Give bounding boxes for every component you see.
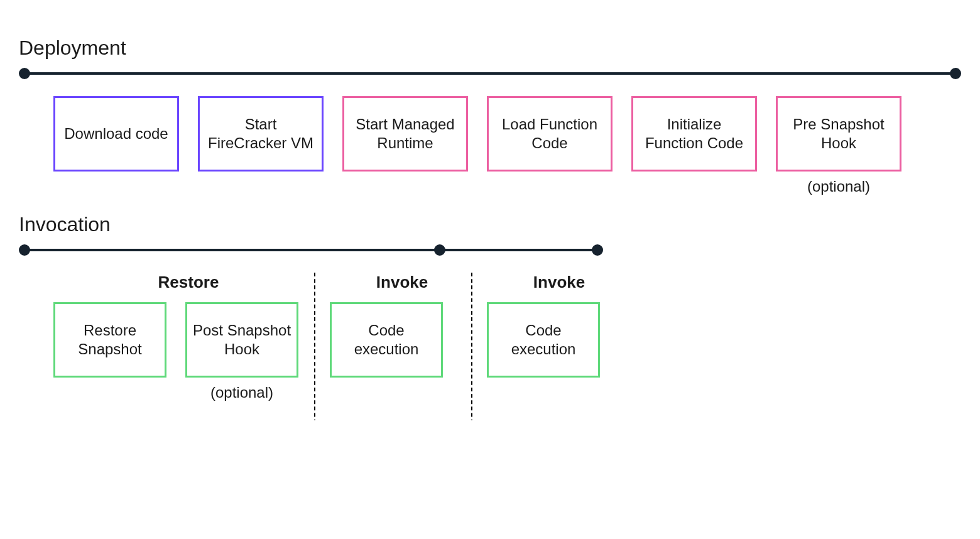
- invocation-steps: Restore Snapshot Post Snapshot Hook (opt…: [19, 302, 961, 401]
- invocation-timeline: [19, 244, 603, 256]
- optional-caption: (optional): [210, 384, 273, 401]
- phase-divider: [314, 273, 315, 420]
- invocation-step: Code execution: [330, 302, 443, 401]
- invocation-title: Invocation: [19, 213, 961, 236]
- deployment-step: Download code: [53, 96, 179, 195]
- phase-label-invoke-1: Invoke: [324, 273, 481, 292]
- invocation-step: Post Snapshot Hook (optional): [185, 302, 298, 401]
- step-load-code: Load Function Code: [487, 96, 612, 172]
- deployment-steps: Download code Start FireCracker VM Start…: [19, 96, 961, 195]
- deployment-title: Deployment: [19, 36, 961, 60]
- phase-divider: [471, 273, 472, 420]
- step-pre-snapshot-hook: Pre Snapshot Hook: [776, 96, 901, 172]
- phase-label-invoke-2: Invoke: [481, 273, 638, 292]
- step-download-code: Download code: [53, 96, 179, 172]
- deployment-step: Start FireCracker VM: [198, 96, 324, 195]
- step-start-runtime: Start Managed Runtime: [342, 96, 468, 172]
- deployment-step: Start Managed Runtime: [342, 96, 468, 195]
- deployment-step: Initialize Function Code: [631, 96, 757, 195]
- invocation-body: Restore Invoke Invoke Restore Snapshot P…: [19, 273, 961, 401]
- invocation-step: Code execution: [487, 302, 600, 401]
- optional-caption: (optional): [807, 178, 870, 195]
- deployment-step: Pre Snapshot Hook (optional): [776, 96, 901, 195]
- step-start-firecracker: Start FireCracker VM: [198, 96, 324, 172]
- phase-label-restore: Restore: [53, 273, 324, 292]
- step-init-code: Initialize Function Code: [631, 96, 757, 172]
- invocation-step: Restore Snapshot: [53, 302, 166, 401]
- deployment-step: Load Function Code: [487, 96, 612, 195]
- step-code-exec-1: Code execution: [330, 302, 443, 378]
- step-code-exec-2: Code execution: [487, 302, 600, 378]
- deployment-timeline: [19, 67, 961, 80]
- step-restore-snapshot: Restore Snapshot: [53, 302, 166, 378]
- step-post-snapshot-hook: Post Snapshot Hook: [185, 302, 298, 378]
